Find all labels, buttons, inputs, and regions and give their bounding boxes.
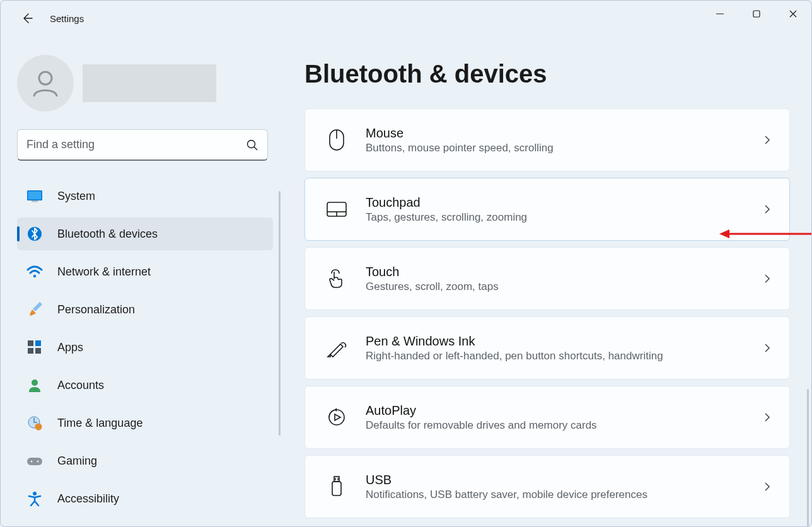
- account-name-placeholder: [83, 64, 216, 102]
- card-desc: Notifications, USB battery saver, mobile…: [366, 489, 762, 501]
- main-content: Bluetooth & devices Mouse Buttons, mouse…: [291, 36, 811, 526]
- card-desc: Buttons, mouse pointer speed, scrolling: [366, 142, 762, 154]
- pen-icon: [323, 338, 351, 358]
- svg-point-19: [31, 461, 33, 463]
- card-usb[interactable]: USB Notifications, USB battery saver, mo…: [304, 455, 790, 518]
- card-desc: Gestures, scroll, zoom, taps: [366, 281, 762, 293]
- paintbrush-icon: [26, 301, 44, 318]
- sidebar-item-time-language[interactable]: Time & language: [17, 407, 273, 439]
- svg-point-17: [35, 424, 42, 431]
- sidebar-item-label: System: [57, 190, 95, 203]
- card-mouse[interactable]: Mouse Buttons, mouse pointer speed, scro…: [304, 108, 790, 171]
- card-title: Touchpad: [366, 195, 762, 210]
- sidebar-item-personalization[interactable]: Personalization: [17, 293, 273, 326]
- autoplay-icon: [323, 407, 351, 427]
- card-desc: Right-handed or left-handed, pen button …: [366, 350, 762, 362]
- close-icon: [789, 9, 798, 18]
- back-button[interactable]: [14, 6, 40, 31]
- sidebar-item-network[interactable]: Network & internet: [17, 255, 273, 288]
- svg-rect-14: [35, 348, 41, 354]
- maximize-icon: [752, 9, 761, 18]
- sidebar-item-apps[interactable]: Apps: [17, 331, 273, 364]
- gaming-icon: [26, 452, 44, 470]
- svg-point-3: [248, 140, 255, 148]
- arrow-left-icon: [21, 12, 33, 25]
- sidebar-item-label: Bluetooth & devices: [57, 228, 158, 241]
- minimize-icon: [716, 9, 724, 18]
- window-controls: [702, 1, 811, 27]
- svg-rect-8: [32, 200, 38, 202]
- svg-rect-18: [27, 458, 42, 465]
- page-title: Bluetooth & devices: [304, 60, 790, 88]
- svg-point-20: [37, 461, 39, 463]
- sidebar-item-label: Accounts: [57, 379, 104, 392]
- apps-icon: [26, 339, 44, 356]
- svg-point-21: [33, 492, 37, 495]
- svg-rect-13: [28, 348, 33, 354]
- card-pen-ink[interactable]: Pen & Windows Ink Right-handed or left-h…: [304, 316, 790, 379]
- chevron-right-icon: [762, 274, 773, 284]
- svg-line-4: [254, 147, 257, 150]
- svg-point-2: [39, 72, 52, 84]
- usb-icon: [323, 475, 351, 498]
- sidebar: System Bluetooth & devices Network & int…: [1, 36, 291, 526]
- search-icon: [246, 139, 258, 151]
- card-desc: Defaults for removable drives and memory…: [366, 419, 762, 432]
- card-touch[interactable]: Touch Gestures, scroll, zoom, taps: [304, 247, 790, 310]
- chevron-right-icon: [762, 343, 773, 353]
- svg-rect-1: [753, 11, 760, 17]
- bluetooth-icon: [26, 225, 44, 243]
- card-title: Touch: [366, 265, 762, 279]
- minimize-button[interactable]: [702, 1, 738, 27]
- card-desc: Taps, gestures, scrolling, zooming: [366, 211, 762, 224]
- svg-rect-11: [28, 340, 33, 346]
- svg-point-10: [33, 275, 36, 277]
- sidebar-item-gaming[interactable]: Gaming: [17, 444, 273, 477]
- avatar: [17, 55, 74, 112]
- sidebar-item-system[interactable]: System: [17, 180, 273, 212]
- card-autoplay[interactable]: AutoPlay Defaults for removable drives a…: [304, 386, 790, 449]
- wifi-icon: [26, 263, 44, 281]
- chevron-right-icon: [762, 482, 773, 492]
- card-touchpad[interactable]: Touchpad Taps, gestures, scrolling, zoom…: [304, 178, 790, 241]
- sidebar-item-label: Accessibility: [57, 492, 119, 506]
- titlebar: Settings: [1, 1, 811, 36]
- person-icon: [28, 66, 62, 100]
- svg-rect-29: [334, 477, 339, 482]
- app-title: Settings: [50, 13, 84, 24]
- svg-rect-12: [35, 340, 41, 346]
- svg-point-15: [32, 379, 38, 386]
- close-button[interactable]: [775, 1, 811, 27]
- content-scrollbar[interactable]: [807, 389, 809, 527]
- sidebar-item-label: Network & internet: [57, 265, 151, 279]
- svg-rect-7: [28, 192, 42, 200]
- card-title: Pen & Windows Ink: [366, 334, 762, 349]
- chevron-right-icon: [762, 204, 773, 214]
- card-title: AutoPlay: [366, 403, 762, 418]
- profile-block[interactable]: [17, 55, 279, 112]
- svg-rect-30: [332, 482, 341, 495]
- sidebar-item-label: Apps: [57, 341, 83, 354]
- sidebar-item-accessibility[interactable]: Accessibility: [17, 482, 273, 515]
- svg-marker-28: [335, 414, 340, 420]
- sidebar-item-bluetooth-devices[interactable]: Bluetooth & devices: [17, 217, 273, 250]
- accounts-icon: [26, 376, 44, 394]
- sidebar-item-label: Gaming: [57, 455, 97, 468]
- card-title: Mouse: [366, 126, 762, 141]
- sidebar-item-label: Time & language: [57, 417, 142, 430]
- sidebar-item-label: Personalization: [57, 303, 135, 316]
- maximize-button[interactable]: [738, 1, 775, 27]
- chevron-right-icon: [762, 135, 773, 145]
- sidebar-nav: System Bluetooth & devices Network & int…: [17, 180, 279, 515]
- chevron-right-icon: [762, 412, 773, 422]
- touchpad-icon: [323, 201, 351, 217]
- search-box[interactable]: [17, 129, 268, 161]
- accessibility-icon: [26, 490, 44, 507]
- sidebar-item-accounts[interactable]: Accounts: [17, 369, 273, 402]
- sidebar-scrollbar[interactable]: [279, 191, 281, 436]
- search-input[interactable]: [26, 138, 241, 151]
- system-icon: [26, 187, 44, 205]
- card-title: USB: [366, 473, 762, 487]
- touch-icon: [323, 269, 351, 289]
- time-language-icon: [26, 414, 44, 432]
